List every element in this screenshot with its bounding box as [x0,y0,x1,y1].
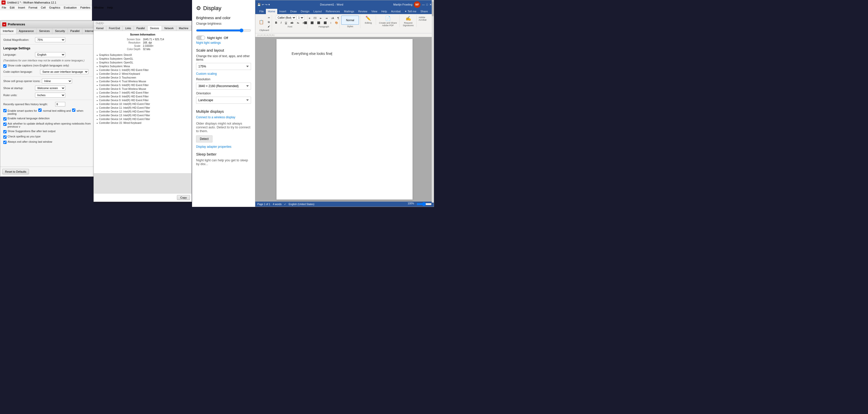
sort-button[interactable]: ↕A [330,15,336,21]
format-painter-button[interactable]: 🖌 [266,25,272,28]
smart-quotes-checkbox[interactable] [3,109,6,112]
resolution-select[interactable]: 3840 × 2160 (Recommended) [196,82,251,90]
tab-tell-me[interactable]: ✦ Tell me [403,9,418,14]
menu-cell[interactable]: Cell [40,6,46,9]
align-right-button[interactable]: ⬛ [315,21,321,25]
brightness-slider[interactable] [196,28,251,32]
bold-button[interactable]: B [274,21,279,25]
word-minimize-btn[interactable]: — [422,3,425,6]
menu-evaluation[interactable]: Evaluation [63,6,78,9]
history-input[interactable] [55,102,65,106]
align-center-button[interactable]: ⬛ [309,21,315,25]
vertical-scrollbar[interactable] [432,37,434,202]
copy-button[interactable]: ⧉ [266,20,272,25]
show-code-captions-checkbox[interactable] [3,64,6,68]
tab-share[interactable]: Share [418,9,430,14]
indent-more-button[interactable]: ⇥ [324,15,329,21]
tab-parallel[interactable]: Parallel [134,26,148,31]
suggestions-checkbox[interactable] [3,130,6,133]
normal-text-checkbox[interactable] [38,108,41,112]
word-maximize-btn[interactable]: □ [426,3,428,6]
when-pasting-checkbox[interactable] [72,108,75,112]
tab-machine[interactable]: Machine [177,26,191,31]
tab-file[interactable]: File [257,9,266,14]
tab-review[interactable]: Review [356,9,369,14]
strikethrough-button[interactable]: ab [289,21,295,25]
night-light-toggle[interactable] [196,35,205,40]
font-name-select[interactable]: Calibri (Body) [276,15,296,20]
tab-appearance[interactable]: Appearance [17,28,36,34]
notebook-menubar[interactable]: File Edit Insert Format Cell Graphics Ev… [0,5,92,10]
tab-interface[interactable]: Interface [0,28,17,34]
menu-help[interactable]: Help [106,6,114,9]
numbering-button[interactable]: ⑴ [312,15,318,21]
bullets-button[interactable]: ≡ [307,15,312,21]
word-undo-icon[interactable]: ↩ [262,3,264,6]
ask-update-checkbox[interactable] [3,123,6,126]
word-ribbon-tabs[interactable]: File Home Insert Draw Design Layout Refe… [255,9,434,14]
magnification-select[interactable]: 75% [35,37,65,42]
word-save-icon[interactable]: 💾 [257,3,261,6]
night-light-settings-link[interactable]: Night light settings [196,41,251,44]
word-dropdown-icon[interactable]: ▾ [269,3,270,6]
natural-language-checkbox[interactable] [3,117,6,120]
tab-network[interactable]: Network [162,26,177,31]
tab-kernel[interactable]: Kernel [94,26,106,31]
tab-links[interactable]: Links [123,26,134,31]
reset-defaults-button[interactable]: Reset to Defaults [2,169,29,174]
cut-button[interactable]: ✂ [266,15,272,20]
custom-scaling-link[interactable]: Custom scaling [196,72,251,75]
menu-format[interactable]: Format [28,6,38,9]
menu-edit[interactable]: Edit [9,6,16,9]
menu-graphics[interactable]: Graphics [49,6,61,9]
menu-palettes[interactable]: Palettes [80,6,91,9]
language-select[interactable]: English [35,52,65,57]
copy-button[interactable]: Copy [177,195,190,200]
connect-wireless-link[interactable]: Connect to a wireless display [196,115,251,119]
word-content-area[interactable]: Everything else looks fine [255,37,434,202]
scale-select[interactable]: 175% [196,63,251,70]
menu-insert[interactable]: Insert [18,6,26,9]
tab-parallel[interactable]: Parallel [68,28,83,34]
tab-layout[interactable]: Layout [311,9,324,14]
tab-help[interactable]: Help [379,9,389,14]
styles-gallery[interactable]: Normal [341,15,359,25]
word-page[interactable]: Everything else looks fine [277,39,412,200]
tab-design[interactable]: Design [299,9,311,14]
paste-button[interactable]: 📋 [257,15,266,28]
adapter-link[interactable]: Display adapter properties [196,145,251,148]
word-redo-icon[interactable]: ↪ [265,3,268,6]
tab-frontend[interactable]: Front End [106,26,123,31]
subscript-button[interactable]: x₂ [296,21,301,25]
line-spacing-button[interactable]: ↕ [329,21,333,25]
code-caption-language-select[interactable]: Same as user interface language [40,69,89,74]
cell-group-select[interactable]: Inline [42,78,72,83]
tab-home[interactable]: Home [266,9,277,14]
font-size-select[interactable]: 11 [297,15,304,20]
word-close-btn[interactable]: ✕ [430,3,432,6]
italic-button[interactable]: I [279,21,283,25]
justify-button[interactable]: ⬛ [322,21,328,25]
tab-services[interactable]: Services [36,28,53,34]
tab-references[interactable]: References [324,9,342,14]
word-text-content[interactable]: Everything else looks fine [291,51,398,56]
underline-button[interactable]: U [283,21,288,25]
menu-file[interactable]: File [1,6,7,9]
shading-button[interactable]: 🎨 [334,21,340,25]
tab-security[interactable]: Security [53,28,68,34]
indent-less-button[interactable]: ⇤ [318,15,323,21]
tab-acrobat[interactable]: Acrobat [389,9,403,14]
tab-view[interactable]: View [369,9,379,14]
tab-devices[interactable]: Devices [148,26,162,31]
tab-mailings[interactable]: Mailings [342,9,356,14]
spell-check-checkbox[interactable] [3,135,6,139]
tab-insert[interactable]: Insert [277,9,288,14]
align-left-button[interactable]: ⬛ [303,21,309,25]
show-hide-button[interactable]: ¶ [336,15,340,21]
menu-window[interactable]: Window [93,6,104,9]
sysinfo-tabs[interactable]: Kernel Front End Links Parallel Devices … [94,26,191,31]
orientation-select[interactable]: Landscape [196,97,251,104]
detect-button[interactable]: Detect [196,135,213,142]
preferences-tabs[interactable]: Interface Appearance Services Security P… [0,28,95,34]
always-exit-checkbox[interactable] [3,141,6,144]
